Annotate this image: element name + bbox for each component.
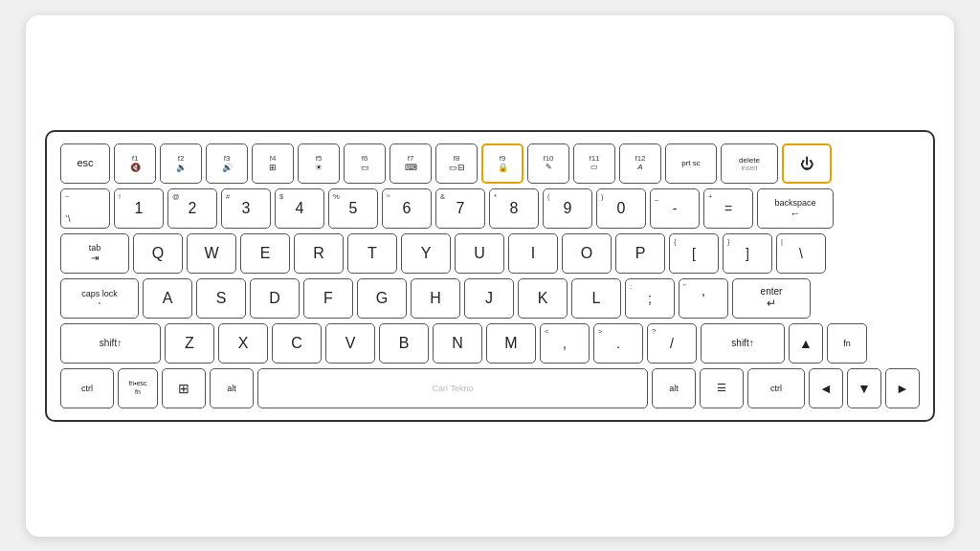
key-alt-left[interactable]: alt [210, 368, 254, 408]
key-capslock[interactable]: caps lock • [60, 278, 139, 319]
key-p[interactable]: P [615, 233, 665, 274]
key-prtsc[interactable]: prt sc [665, 143, 717, 184]
key-e[interactable]: E [240, 233, 290, 274]
key-f[interactable]: F [303, 278, 353, 319]
key-q[interactable]: Q [133, 233, 183, 274]
key-4[interactable]: $ 4 [275, 188, 324, 229]
key-fn-right[interactable]: fn [827, 323, 867, 364]
outer-container: esc f1 🔇 f2 🔉 f3 🔊 f4 ⊞ f5 ☀ [26, 15, 954, 537]
key-o[interactable]: O [562, 233, 612, 274]
key-minus[interactable]: _ - [650, 188, 700, 229]
key-f2[interactable]: f2 🔉 [160, 143, 202, 184]
key-slash[interactable]: ? / [647, 323, 697, 364]
key-equals[interactable]: + = [703, 188, 753, 229]
key-arrow-left[interactable]: ◄ [809, 368, 843, 408]
key-x[interactable]: X [218, 323, 268, 364]
key-z[interactable]: Z [165, 323, 214, 364]
key-arrow-down[interactable]: ▼ [847, 368, 881, 408]
key-b[interactable]: B [379, 323, 429, 364]
key-f11[interactable]: f11 ▭ [573, 143, 615, 184]
key-f8[interactable]: f8 ▭⊟ [435, 143, 478, 184]
key-alt-right[interactable]: alt [652, 368, 696, 408]
qwerty-row: tab ⇥ Q W E R T Y U I O P { [ } ] | \ [60, 233, 920, 274]
key-enter[interactable]: enter ↵ [732, 278, 811, 319]
key-f6[interactable]: f6 ▭ [344, 143, 386, 184]
key-ctrl-right[interactable]: ctrl [747, 368, 805, 408]
key-j[interactable]: J [464, 278, 514, 319]
function-key-row: esc f1 🔇 f2 🔉 f3 🔊 f4 ⊞ f5 ☀ [60, 143, 920, 184]
key-space[interactable]: Cari Tekno [257, 368, 648, 408]
key-backspace[interactable]: backspace ← [757, 188, 834, 229]
key-backslash[interactable]: | \ [776, 233, 826, 274]
key-y[interactable]: Y [401, 233, 451, 274]
key-3[interactable]: # 3 [221, 188, 271, 229]
key-power[interactable]: ⏻ [782, 143, 832, 184]
key-f5[interactable]: f5 ☀ [298, 143, 340, 184]
key-bracket-close[interactable]: } ] [723, 233, 772, 274]
key-f10[interactable]: f10 ✎ [527, 143, 569, 184]
key-tab[interactable]: tab ⇥ [60, 233, 129, 274]
key-9[interactable]: ( 9 [543, 188, 592, 229]
key-f1[interactable]: f1 🔇 [114, 143, 156, 184]
key-f3[interactable]: f3 🔊 [206, 143, 248, 184]
key-backtick[interactable]: ~ `\ [60, 188, 110, 229]
key-m[interactable]: M [486, 323, 536, 364]
key-comma[interactable]: < , [540, 323, 590, 364]
key-windows[interactable]: ⊞ [162, 368, 206, 408]
key-a[interactable]: A [143, 278, 192, 319]
key-arrow-up[interactable]: ▲ [789, 323, 823, 364]
key-w[interactable]: W [187, 233, 236, 274]
key-l[interactable]: L [571, 278, 621, 319]
key-d[interactable]: D [250, 278, 300, 319]
key-f12[interactable]: f12 A [619, 143, 661, 184]
number-key-row: ~ `\ ! 1 @ 2 # 3 $ 4 % 5 [60, 188, 920, 229]
key-r[interactable]: R [294, 233, 344, 274]
key-shift-left[interactable]: shift↑ [60, 323, 161, 364]
bottom-row: ctrl fn•escfn ⊞ alt Cari Tekno alt ☰ ctr… [60, 368, 920, 408]
key-s[interactable]: S [196, 278, 246, 319]
key-t[interactable]: T [347, 233, 397, 274]
key-menu[interactable]: ☰ [700, 368, 744, 408]
key-delete[interactable]: delete insert [721, 143, 778, 184]
key-v[interactable]: V [325, 323, 375, 364]
key-bracket-open[interactable]: { [ [669, 233, 719, 274]
key-7[interactable]: & 7 [435, 188, 485, 229]
key-f4[interactable]: f4 ⊞ [252, 143, 294, 184]
key-c[interactable]: C [272, 323, 322, 364]
key-semicolon[interactable]: : ; [625, 278, 675, 319]
key-0[interactable]: ) 0 [596, 188, 646, 229]
key-5[interactable]: % 5 [328, 188, 378, 229]
key-i[interactable]: I [508, 233, 558, 274]
key-f9[interactable]: f9 🔒 [481, 143, 523, 184]
key-ctrl-left[interactable]: ctrl [60, 368, 114, 408]
key-g[interactable]: G [357, 278, 407, 319]
key-k[interactable]: K [518, 278, 568, 319]
key-2[interactable]: @ 2 [167, 188, 217, 229]
key-quote[interactable]: " ' [679, 278, 728, 319]
key-arrow-right[interactable]: ► [885, 368, 920, 408]
key-esc[interactable]: esc [60, 143, 110, 184]
key-n[interactable]: N [433, 323, 482, 364]
key-1[interactable]: ! 1 [114, 188, 164, 229]
key-6[interactable]: ^ 6 [382, 188, 432, 229]
key-shift-right[interactable]: shift↑ [701, 323, 785, 364]
keyboard: esc f1 🔇 f2 🔉 f3 🔊 f4 ⊞ f5 ☀ [45, 130, 935, 422]
key-h[interactable]: H [411, 278, 460, 319]
key-u[interactable]: U [455, 233, 504, 274]
zxcv-row: shift↑ Z X C V B N M < , > . ? / shift↑ [60, 323, 920, 364]
asdf-row: caps lock • A S D F G H J K L : ; " ' en… [60, 278, 920, 319]
key-fn-left[interactable]: fn•escfn [118, 368, 158, 408]
key-8[interactable]: * 8 [489, 188, 539, 229]
key-f7[interactable]: f7 ⌨ [390, 143, 432, 184]
key-period[interactable]: > . [593, 323, 643, 364]
